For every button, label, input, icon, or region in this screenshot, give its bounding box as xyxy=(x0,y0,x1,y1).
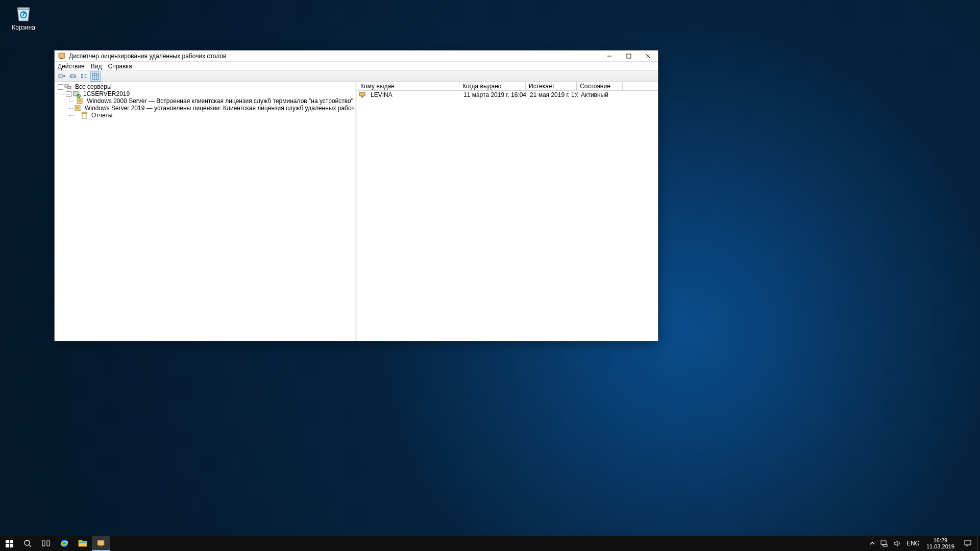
svg-rect-46 xyxy=(881,541,886,544)
tray-overflow-button[interactable] xyxy=(867,536,877,551)
svg-rect-13 xyxy=(92,73,99,80)
svg-line-36 xyxy=(29,545,31,547)
toolbar-list-icon[interactable] xyxy=(79,71,89,82)
taskbar-app-icon[interactable] xyxy=(92,536,110,551)
column-state[interactable]: Состояние xyxy=(577,82,623,90)
tree-node-server[interactable]: − 1CSERVER2019 xyxy=(66,90,354,97)
svg-rect-7 xyxy=(59,74,62,78)
svg-rect-34 xyxy=(10,544,13,547)
rd-licensing-window: Диспетчер лицензирования удаленных рабоч… xyxy=(54,50,658,341)
svg-rect-18 xyxy=(67,86,71,89)
cell-issued-to: LEVINA xyxy=(368,91,460,98)
show-desktop-button[interactable] xyxy=(977,536,980,551)
toolbar-refresh-icon[interactable] xyxy=(68,71,78,82)
clock[interactable]: 16:29 11.03.2019 xyxy=(922,537,959,549)
action-center-button[interactable] xyxy=(959,536,977,551)
column-expires[interactable]: Истекает xyxy=(526,82,577,90)
recycle-bin-desktop-icon[interactable]: Корзина xyxy=(5,3,42,31)
svg-rect-10 xyxy=(81,77,83,78)
tree-label: Отчеты xyxy=(90,112,113,119)
tree-label: 1CSERVER2019 xyxy=(82,90,131,97)
svg-rect-32 xyxy=(10,540,13,543)
svg-rect-45 xyxy=(100,545,102,546)
tree-label: Windows Server 2019 — установлены лиценз… xyxy=(84,105,357,112)
maximize-button[interactable] xyxy=(619,51,639,61)
tree-label: Все серверы xyxy=(74,83,113,90)
svg-rect-4 xyxy=(627,54,631,58)
svg-rect-44 xyxy=(97,540,104,545)
svg-point-35 xyxy=(24,540,30,545)
reports-icon xyxy=(81,111,89,119)
svg-rect-42 xyxy=(79,540,82,542)
app-icon xyxy=(58,52,66,60)
start-button[interactable] xyxy=(0,536,18,551)
tree-node-reports[interactable]: Отчеты xyxy=(74,112,354,119)
collapse-icon[interactable]: − xyxy=(58,84,63,90)
computer-icon xyxy=(358,91,366,99)
menu-action[interactable]: Действие xyxy=(58,63,85,70)
column-issued-to[interactable]: Кому выдан xyxy=(357,82,459,90)
clock-time: 16:29 xyxy=(926,537,954,543)
list-body[interactable]: LEVINA 11 марта 2019 г. 16:04:56 21 мая … xyxy=(357,91,658,341)
cell-expires: 21 мая 2019 г. 1:00:23 xyxy=(527,91,578,98)
svg-rect-1 xyxy=(59,53,65,58)
svg-rect-29 xyxy=(359,92,365,96)
svg-rect-30 xyxy=(361,96,363,97)
svg-rect-49 xyxy=(965,540,971,545)
cell-issued-when: 11 марта 2019 г. 16:04:56 xyxy=(460,91,527,98)
svg-rect-31 xyxy=(6,540,9,543)
collapse-icon[interactable]: − xyxy=(66,91,71,97)
svg-rect-37 xyxy=(42,541,45,546)
language-indicator[interactable]: ENG xyxy=(904,536,922,551)
toolbar xyxy=(55,71,658,82)
tree-label: Windows 2000 Server — Встроенная клиентс… xyxy=(86,97,354,105)
svg-rect-9 xyxy=(81,74,83,76)
clock-date: 11.03.2019 xyxy=(926,543,954,549)
column-issued-when[interactable]: Когда выдано xyxy=(459,82,526,90)
taskbar-explorer-icon[interactable] xyxy=(74,536,92,551)
titlebar[interactable]: Диспетчер лицензирования удаленных рабоч… xyxy=(55,51,658,62)
toolbar-details-icon[interactable] xyxy=(90,71,101,82)
cell-state: Активный xyxy=(578,91,624,98)
taskbar-ie-icon[interactable] xyxy=(55,536,74,551)
minimize-button[interactable] xyxy=(600,51,619,61)
menu-view[interactable]: Вид xyxy=(91,63,102,70)
servers-icon xyxy=(64,83,72,91)
task-view-button[interactable] xyxy=(37,536,55,551)
list-header: Кому выдан Когда выдано Истекает Состоян… xyxy=(357,82,658,91)
tree-pane[interactable]: − Все серверы − 1CSERVER2019 W xyxy=(55,82,357,341)
toolbar-connect-icon[interactable] xyxy=(57,71,67,82)
taskbar: ENG 16:29 11.03.2019 xyxy=(0,536,980,551)
svg-rect-33 xyxy=(6,544,9,547)
svg-rect-47 xyxy=(884,544,887,546)
list-row[interactable]: LEVINA 11 марта 2019 г. 16:04:56 21 мая … xyxy=(357,91,658,99)
tree-node-license-2[interactable]: Windows Server 2019 — установлены лиценз… xyxy=(74,105,354,112)
close-button[interactable] xyxy=(639,51,658,61)
tree-node-all-servers[interactable]: − Все серверы xyxy=(58,83,354,90)
recycle-bin-label: Корзина xyxy=(5,24,42,31)
tree-node-license-1[interactable]: Windows 2000 Server — Встроенная клиентс… xyxy=(74,97,354,105)
svg-rect-38 xyxy=(47,541,50,546)
svg-rect-43 xyxy=(79,542,87,543)
svg-rect-28 xyxy=(82,112,87,114)
window-title: Диспетчер лицензирования удаленных рабоч… xyxy=(69,53,600,60)
svg-rect-8 xyxy=(71,74,75,78)
svg-rect-2 xyxy=(60,58,63,59)
network-icon[interactable] xyxy=(877,536,891,551)
system-tray: ENG 16:29 11.03.2019 xyxy=(867,536,980,551)
recycle-bin-icon xyxy=(13,3,34,23)
menu-help[interactable]: Справка xyxy=(108,63,132,70)
volume-icon[interactable] xyxy=(891,536,904,551)
menubar: Действие Вид Справка xyxy=(55,62,658,71)
search-button[interactable] xyxy=(18,536,37,551)
list-pane: Кому выдан Когда выдано Истекает Состоян… xyxy=(357,82,658,341)
